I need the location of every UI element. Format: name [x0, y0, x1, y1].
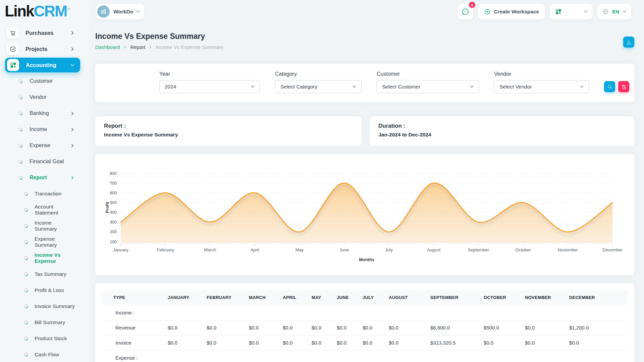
sidebar-item-income[interactable]: Income: [0, 121, 89, 137]
cell-value: $0.0: [207, 335, 249, 350]
breadcrumb-current: Income Vs Expense Summary: [156, 44, 223, 50]
duration-card-value: Jan-2024 to Dec-2024: [378, 132, 626, 138]
breadcrumb: Dashboard Report Income Vs Expense Summa…: [95, 44, 223, 50]
sidebar-nav: PurchasesProjectsAccountingCustomerVendo…: [0, 25, 89, 362]
download-report-button[interactable]: [623, 37, 634, 48]
sidebar-item-product-stock[interactable]: Product Stock: [0, 330, 89, 347]
cell-value: $0.0: [389, 320, 430, 335]
profit-area-chart[interactable]: 800700600500400300200100JanuaryFebruaryM…: [95, 154, 634, 275]
row-type: Invoice: [102, 335, 168, 350]
sidebar-item-account-statement[interactable]: Account Statement: [0, 202, 89, 218]
sidebar-item-purchases[interactable]: Purchases: [0, 25, 89, 41]
sidebar-item-banking[interactable]: Banking: [0, 105, 89, 121]
x-tick-label: May: [296, 247, 304, 252]
column-header: SEPTEMBER: [430, 290, 484, 305]
sidebar-item-bill-summary[interactable]: Bill Summary: [0, 314, 89, 330]
category-select[interactable]: Select Category: [275, 80, 362, 93]
customer-selected-value: Select Customer: [382, 84, 421, 90]
filter-actions: [604, 81, 629, 92]
sidebar-item-tax-summary[interactable]: Tax Summary: [0, 266, 89, 282]
table-row[interactable]: Invoice$0.0$0.0$0.0$0.0$0.0$0.0$0.0$0.0$…: [102, 335, 628, 350]
vendor-filter: VendorSelect Vendor: [494, 71, 589, 93]
profit-chart-card: 800700600500400300200100JanuaryFebruaryM…: [95, 154, 634, 275]
sidebar-item-accounting[interactable]: Accounting: [5, 58, 80, 72]
customer-label: Customer: [377, 71, 479, 77]
x-tick-label: July: [385, 247, 393, 252]
cell-value: $0.0: [283, 335, 312, 350]
sidebar-item-cash-flow[interactable]: Cash Flow: [0, 347, 89, 362]
sidebar-item-invoice-summary[interactable]: Invoice Summary: [0, 298, 89, 314]
ring-bullet-icon: [23, 272, 29, 277]
cell-value: $0.0: [389, 335, 430, 350]
year-selected-value: 2024: [165, 84, 176, 90]
sidebar-item-label: Product Stock: [35, 336, 67, 342]
sidebar-item-label: Purchases: [25, 30, 53, 36]
ring-bullet-icon: [18, 175, 23, 180]
ring-bullet-icon: [18, 127, 23, 132]
logo-text-crm: CRM: [34, 2, 67, 20]
table-section-row: Expense :: [102, 350, 628, 362]
x-axis-title: Months: [359, 257, 374, 262]
sidebar-item-expense[interactable]: Expense: [0, 137, 89, 154]
ring-bullet-icon: [23, 239, 29, 244]
x-tick-label: December: [602, 247, 623, 252]
sidebar-item-income-vs-expense[interactable]: Income Vs Expense: [0, 250, 89, 266]
sidebar: LinkCRM™ PurchasesProjectsAccountingCust…: [0, 0, 89, 362]
y-tick-label: 600: [110, 191, 117, 195]
breadcrumb-dashboard[interactable]: Dashboard: [95, 44, 120, 50]
sidebar-item-expense-summary[interactable]: Expense Summary: [0, 234, 89, 250]
cell-value: $313,320.5: [430, 335, 484, 350]
breadcrumb-report[interactable]: Report: [130, 44, 145, 50]
main-content: Income Vs Expense Summary Dashboard Repo…: [95, 0, 634, 362]
ring-bullet-icon: [23, 255, 29, 260]
cell-value: $0.0: [249, 335, 283, 350]
customer-filter: CustomerSelect Customer: [377, 71, 479, 93]
sidebar-item-label: Account Statement: [35, 204, 75, 216]
download-icon: [626, 39, 632, 45]
filter-fields: Year2024CategorySelect CategoryCustomerS…: [159, 71, 604, 93]
year-select[interactable]: 2024: [159, 80, 260, 93]
table-section-row: Income :: [102, 305, 628, 320]
section-label: Expense :: [102, 350, 628, 362]
cart-icon: [7, 27, 19, 39]
sidebar-item-report[interactable]: Report: [0, 170, 89, 186]
sidebar-item-profit-loss[interactable]: Profit & Loss: [0, 282, 89, 298]
summary-cards: Report : Income Vs Expense Summary Durat…: [95, 116, 634, 146]
x-tick-label: March: [204, 247, 216, 252]
logo-text-link: Link: [5, 2, 34, 20]
chevron-right-icon: [70, 47, 75, 52]
sidebar-item-transaction[interactable]: Transaction: [0, 186, 89, 202]
customer-select[interactable]: Select Customer: [377, 80, 479, 93]
sidebar-item-vendor[interactable]: Vendor: [0, 89, 89, 105]
y-tick-label: 500: [110, 200, 117, 205]
cell-value: $6,900.0: [430, 320, 484, 335]
column-header: FEBRUARY: [207, 290, 249, 305]
income-expense-table-card: TYPEJANUARYFEBRUARYMARCHAPRILMAYJUNEJULY…: [95, 283, 634, 362]
chevron-right-icon: [70, 143, 75, 148]
filter-panel: Year2024CategorySelect CategoryCustomerS…: [95, 64, 634, 102]
sidebar-item-income-summary[interactable]: Income Summary: [0, 218, 89, 234]
vendor-select[interactable]: Select Vendor: [494, 80, 589, 93]
sidebar-item-customer[interactable]: Customer: [0, 73, 89, 89]
vendor-label: Vendor: [494, 71, 589, 77]
sidebar-item-label: Profit & Loss: [35, 287, 64, 293]
year-filter: Year2024: [159, 71, 260, 93]
sidebar-item-financial-goal[interactable]: Financial Goal: [0, 154, 89, 170]
sidebar-item-label: Income Vs Expense: [35, 252, 75, 264]
chevron-down-icon: [352, 84, 357, 89]
y-axis-title: Profit: [105, 201, 110, 213]
apply-filter-button[interactable]: [604, 81, 615, 92]
category-selected-value: Select Category: [280, 84, 317, 90]
y-tick-label: 700: [110, 181, 117, 186]
x-tick-label: August: [427, 247, 441, 252]
ring-bullet-icon: [23, 191, 29, 196]
sidebar-item-projects[interactable]: Projects: [0, 41, 89, 57]
column-header: MAY: [312, 290, 337, 305]
table-row[interactable]: Revenue$0.0$0.0$0.0$0.0$0.0$0.0$0.0$0.0$…: [102, 320, 628, 335]
sidebar-item-label: Banking: [30, 110, 49, 116]
sidebar-item-label: Income Summary: [35, 220, 75, 232]
reset-filter-button[interactable]: [618, 81, 629, 92]
app-logo[interactable]: LinkCRM™: [5, 2, 71, 20]
column-header: JUNE: [337, 290, 363, 305]
duration-card-label: Duration :: [378, 123, 626, 129]
